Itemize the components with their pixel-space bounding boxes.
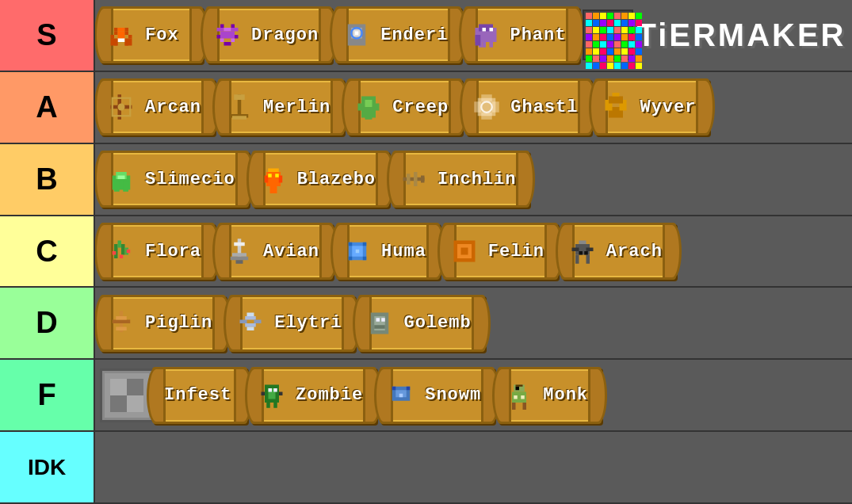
svg-rect-22 (220, 39, 224, 43)
list-item[interactable]: Phant (464, 4, 579, 66)
svg-rect-80 (118, 241, 122, 248)
svg-rect-145 (514, 395, 518, 399)
list-item[interactable]: Dragon (206, 4, 332, 66)
list-item[interactable]: Flora (100, 220, 215, 282)
list-item[interactable]: Arach (561, 220, 676, 282)
svg-rect-123 (375, 325, 386, 329)
svg-rect-72 (269, 186, 277, 193)
tier-row-c: C Flora Avian Huma (0, 216, 852, 288)
svg-rect-101 (579, 241, 586, 245)
item-name: Golemb (394, 313, 482, 333)
list-item[interactable]: Enderi (335, 4, 461, 66)
svg-rect-118 (247, 326, 254, 330)
tier-row-idk: IDK (0, 432, 852, 504)
tier-row-s: S (0, 0, 852, 72)
svg-rect-48 (358, 104, 362, 111)
list-item[interactable]: Golemb (358, 292, 484, 354)
svg-rect-90 (236, 260, 243, 264)
list-item[interactable]: Infest (100, 365, 247, 426)
svg-rect-49 (376, 104, 380, 111)
tier-row-a-content[interactable]: Arcan Merlin Creep Ghastl (95, 72, 852, 143)
svg-rect-61 (609, 97, 623, 104)
svg-rect-140 (407, 386, 411, 390)
svg-rect-14 (220, 25, 224, 29)
item-name: Inchlin (428, 170, 527, 189)
item-name: Snowm (415, 385, 492, 405)
svg-rect-24 (224, 42, 231, 46)
list-item[interactable]: Ghastl (465, 76, 591, 138)
item-name: Wyver (630, 97, 707, 117)
list-item[interactable]: Avian (218, 220, 333, 282)
svg-rect-84 (120, 255, 124, 259)
tier-row-b-content[interactable]: Slimecio Blazebo Inchlin (95, 144, 852, 215)
item-name: Creep (383, 97, 460, 117)
list-item[interactable]: Snowm (380, 365, 495, 426)
svg-rect-33 (490, 28, 494, 32)
list-item[interactable]: Huma (336, 220, 440, 282)
svg-rect-135 (269, 388, 273, 392)
item-name: Felin (479, 242, 556, 262)
svg-rect-128 (127, 379, 143, 395)
item-name: Arcan (136, 97, 212, 117)
tier-row-f: F Infest Zombie Snowm (0, 360, 852, 432)
list-item[interactable]: Monk (498, 365, 602, 426)
svg-rect-50 (365, 114, 369, 120)
svg-rect-73 (268, 174, 272, 178)
item-name: Monk (533, 385, 599, 405)
svg-rect-147 (512, 403, 516, 410)
list-item[interactable]: Blazebo (252, 148, 389, 210)
item-name: Flora (136, 242, 212, 262)
item-name: Enderi (371, 25, 459, 45)
svg-rect-134 (273, 403, 277, 408)
list-item[interactable]: Zombie (250, 365, 376, 426)
list-item[interactable]: Merlin (218, 76, 344, 138)
svg-rect-6 (125, 32, 129, 36)
svg-rect-94 (349, 242, 353, 246)
svg-rect-132 (279, 391, 283, 395)
tier-row-b: B Slimecio Blazebo Inchlin (0, 144, 852, 216)
svg-rect-144 (516, 386, 520, 390)
item-name: Merlin (254, 97, 342, 117)
svg-point-41 (118, 104, 125, 111)
list-item[interactable]: Wyver (594, 76, 709, 138)
svg-rect-127 (110, 395, 127, 412)
list-item[interactable]: Arcan (100, 76, 215, 138)
item-name: Fox (136, 25, 190, 45)
list-item[interactable]: Fox (100, 4, 203, 66)
tier-label-f: F (0, 360, 95, 430)
tier-row-c-content[interactable]: Flora Avian Huma Felin (95, 216, 852, 287)
svg-rect-89 (231, 257, 249, 261)
svg-rect-133 (266, 403, 270, 408)
svg-rect-76 (407, 174, 411, 185)
tier-list: S (0, 0, 852, 504)
tier-label-c: C (0, 216, 95, 287)
item-name: Blazebo (288, 170, 387, 189)
svg-rect-103 (571, 248, 579, 252)
item-name: Dragon (242, 25, 330, 45)
svg-rect-125 (110, 379, 127, 395)
svg-rect-8 (118, 39, 122, 43)
list-item[interactable]: Felin (443, 220, 558, 282)
svg-rect-45 (232, 116, 246, 120)
svg-rect-68 (268, 169, 279, 173)
list-item[interactable]: Slimecio (100, 148, 249, 210)
list-item[interactable] (583, 4, 633, 66)
svg-rect-95 (363, 242, 367, 246)
svg-rect-108 (584, 251, 588, 255)
item-name: Elytri (265, 313, 353, 333)
list-item[interactable]: Creep (347, 76, 462, 138)
svg-rect-70 (264, 176, 268, 183)
list-item[interactable]: Inchlin (392, 148, 529, 210)
svg-rect-121 (376, 318, 380, 322)
svg-rect-32 (483, 28, 487, 32)
tier-row-f-content[interactable]: Infest Zombie Snowm Monk (95, 360, 852, 430)
svg-rect-67 (118, 176, 125, 180)
tier-row-s-content[interactable]: Fox (95, 0, 852, 71)
svg-rect-141 (399, 393, 403, 397)
list-item[interactable]: Piglin (100, 292, 226, 354)
tier-row-d-content[interactable]: Piglin Elytri Golemb (95, 288, 852, 358)
item-name: Slimecio (136, 170, 246, 189)
list-item[interactable]: Elytri (229, 292, 355, 354)
svg-rect-54 (482, 113, 493, 120)
tier-row-idk-content[interactable] (95, 432, 852, 502)
